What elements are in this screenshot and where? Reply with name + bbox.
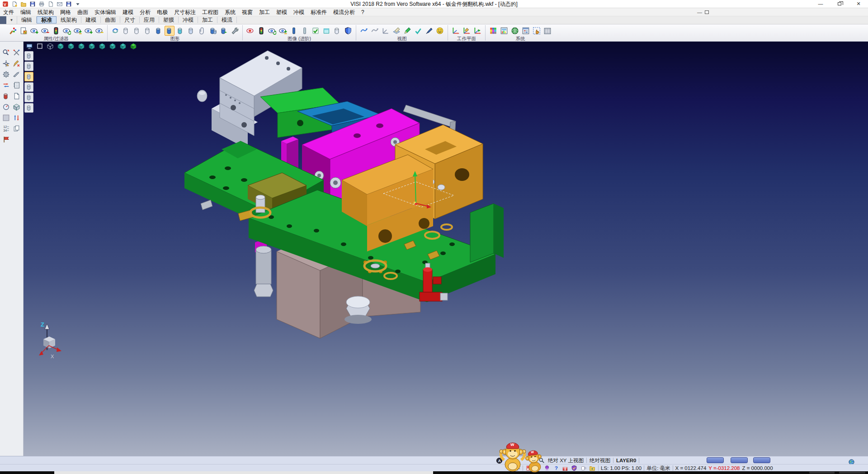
printer-icon[interactable]	[38, 0, 45, 8]
tab-曲面[interactable]: 曲面	[101, 17, 120, 23]
eye-minus-red-icon[interactable]	[40, 26, 50, 36]
num-list-icon[interactable]: 1234	[1, 124, 11, 133]
menu-item-文件[interactable]: 文件	[0, 8, 17, 16]
traffic-light-icon[interactable]	[256, 26, 266, 36]
tab-冲模[interactable]: 冲模	[179, 17, 198, 23]
mesh-grid-icon[interactable]	[542, 26, 552, 36]
num--icon[interactable]	[1, 113, 11, 123]
disk-save-icon[interactable]	[65, 0, 72, 8]
menu-item-实体编辑[interactable]: 实体编辑	[91, 8, 119, 16]
menu-item-系统[interactable]: 系统	[222, 8, 239, 16]
desktop-pet-monkey-2[interactable]: W	[521, 448, 547, 474]
tab-模流[interactable]: 模流	[217, 17, 237, 23]
menu-item-网格[interactable]: 网格	[57, 8, 74, 16]
menu-item-线架构[interactable]: 线架构	[34, 8, 57, 16]
tab-应用[interactable]: 应用	[140, 17, 159, 23]
flag-layers-icon[interactable]	[1, 135, 11, 144]
question-blue-icon[interactable]: ?	[552, 465, 560, 472]
plane-ruler-icon[interactable]	[392, 26, 401, 36]
cylinder-red-icon[interactable]	[1, 91, 11, 101]
cylinder-pair-icon[interactable]	[208, 26, 218, 36]
cylinder-export-icon[interactable]	[219, 26, 229, 36]
shield-purple-icon[interactable]	[571, 465, 578, 472]
eye-red-icon[interactable]	[245, 26, 255, 36]
status-blue-button-2[interactable]	[731, 457, 748, 463]
tab-编辑[interactable]: 编辑	[17, 17, 37, 23]
cube-teal-icon[interactable]	[76, 42, 86, 50]
menu-item-电极[interactable]: 电极	[154, 8, 171, 16]
layer-cyl-icon[interactable]	[24, 93, 33, 102]
eye-plusminus-icon[interactable]	[278, 26, 288, 36]
minimize-button[interactable]: —	[811, 0, 830, 8]
cad-model-3d[interactable]: Z X	[24, 42, 868, 456]
caret-down-icon[interactable]	[74, 0, 81, 8]
cylinder-light-icon[interactable]	[186, 26, 196, 36]
menu-item-塑模[interactable]: 塑模	[273, 8, 290, 16]
flip-arrows-icon[interactable]	[1, 81, 11, 90]
page-new-icon[interactable]	[11, 0, 18, 8]
wave-blue-icon[interactable]	[359, 26, 369, 36]
view-mode-label[interactable]: 绝对 XY 上视图	[548, 457, 584, 464]
tab-加工[interactable]: 加工	[198, 17, 217, 23]
menu-item-工程图[interactable]: 工程图	[199, 8, 222, 16]
viewport-3d[interactable]: Z X	[24, 42, 868, 456]
box-cyan-icon[interactable]	[321, 26, 331, 36]
check-box-icon[interactable]	[311, 26, 321, 36]
brush-blue-icon[interactable]	[424, 26, 434, 36]
cube-teal-icon[interactable]	[87, 42, 96, 50]
cylinder-outline-icon[interactable]	[143, 26, 153, 36]
monitor-icon[interactable]	[24, 42, 34, 50]
tab-建模[interactable]: 建模	[81, 17, 101, 23]
wave-gray-icon[interactable]	[370, 26, 380, 36]
cube-teal-icon[interactable]	[66, 42, 75, 50]
absolute-view-label[interactable]: 绝对视图	[590, 457, 610, 464]
cylinder-blue-icon[interactable]	[165, 26, 175, 36]
menu-item-加工[interactable]: 加工	[256, 8, 273, 16]
disk-save-icon[interactable]	[29, 0, 36, 8]
mail-icon[interactable]	[56, 0, 63, 8]
palette-brush-icon[interactable]	[8, 26, 18, 36]
notebook-icon[interactable]	[12, 81, 21, 90]
mdi-restore-button[interactable]	[705, 10, 709, 14]
gear-globe-icon[interactable]	[510, 26, 520, 36]
cube-wire-icon[interactable]	[45, 42, 55, 50]
gauge-blue-icon[interactable]	[1, 102, 11, 112]
cube-green-icon[interactable]	[128, 42, 138, 50]
tab-线架构[interactable]: 线架构	[57, 17, 81, 23]
square-outline-icon[interactable]	[35, 42, 44, 50]
check-teal-icon[interactable]	[413, 26, 423, 36]
restore-button[interactable]	[830, 0, 849, 8]
windows-taskbar[interactable]	[0, 471, 868, 474]
eye-minus-yellow-icon[interactable]	[94, 26, 104, 36]
tab-塑膜[interactable]: 塑膜	[159, 17, 179, 23]
pencil-x-icon[interactable]	[12, 59, 21, 68]
layer-name-label[interactable]: LAYER0	[616, 458, 636, 463]
eye-plus-icon[interactable]	[29, 26, 39, 36]
box-gray-icon[interactable]	[12, 102, 21, 112]
tab-标准[interactable]: 标准	[37, 16, 57, 24]
arrows-ud-icon[interactable]	[12, 113, 21, 123]
mdi-minimize-button[interactable]: —	[697, 9, 702, 15]
tab-dropdown[interactable]: ▼	[6, 16, 17, 24]
smiley-icon[interactable]	[435, 26, 445, 36]
layer-cyl-icon[interactable]	[24, 51, 33, 61]
triad-move-icon[interactable]	[472, 26, 482, 36]
gift-red-icon[interactable]	[561, 465, 569, 472]
layer-cyl-icon[interactable]	[24, 103, 33, 113]
eye-plusminus-icon[interactable]	[73, 26, 83, 36]
taskbar-clock-segment[interactable]	[839, 472, 865, 474]
cylinder-outline-icon[interactable]	[132, 26, 142, 36]
magnifier-arrow-icon[interactable]	[1, 48, 11, 57]
menu-item-建模[interactable]: 建模	[119, 8, 137, 16]
color-palette-icon[interactable]	[488, 26, 498, 36]
image-chart-icon[interactable]	[499, 26, 509, 36]
page-white-icon[interactable]	[12, 91, 21, 101]
refresh-blue-icon[interactable]	[110, 26, 120, 36]
folder-open-icon[interactable]	[20, 0, 27, 8]
shield-blue-icon[interactable]	[343, 26, 353, 36]
knife-icon[interactable]	[12, 70, 21, 79]
tab-尺寸[interactable]: 尺寸	[120, 17, 140, 23]
cylinder-white-icon[interactable]	[332, 26, 342, 36]
menu-item-分析[interactable]: 分析	[137, 8, 154, 16]
triad-edit-icon[interactable]	[462, 26, 472, 36]
